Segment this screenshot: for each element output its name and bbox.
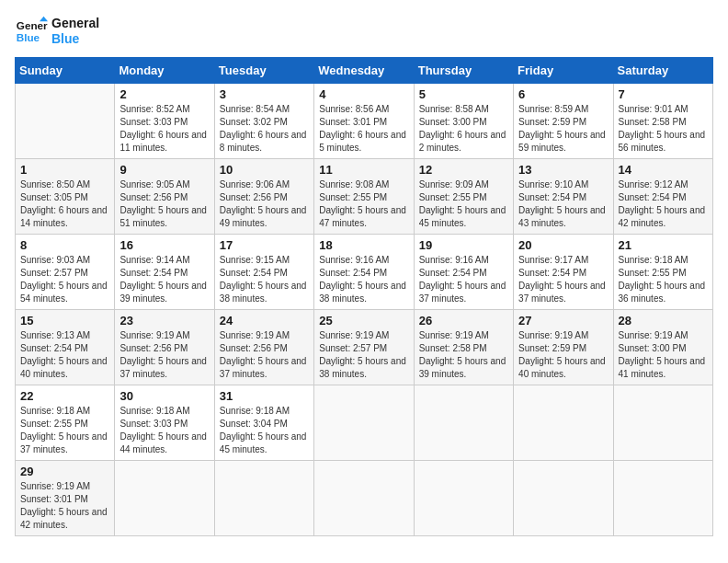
day-info: Sunrise: 9:12 AMSunset: 2:54 PMDaylight:…: [619, 178, 708, 230]
calendar-day-19: 19Sunrise: 9:16 AMSunset: 2:54 PMDayligh…: [414, 235, 513, 310]
day-number: 3: [220, 87, 309, 101]
calendar-empty-cell: [514, 385, 613, 461]
logo-line2: Blue: [51, 31, 99, 47]
calendar-day-14: 14Sunrise: 9:12 AMSunset: 2:54 PMDayligh…: [613, 159, 712, 235]
calendar-day-15: 15Sunrise: 9:13 AMSunset: 2:54 PMDayligh…: [16, 310, 115, 385]
day-info: Sunrise: 9:19 AMSunset: 2:57 PMDaylight:…: [319, 329, 408, 381]
weekday-header-sunday: Sunday: [16, 58, 115, 84]
calendar-row-0: 2Sunrise: 8:52 AMSunset: 3:03 PMDaylight…: [16, 84, 713, 159]
day-number: 1: [20, 163, 109, 177]
day-info: Sunrise: 9:10 AMSunset: 2:54 PMDaylight:…: [518, 178, 608, 230]
calendar-day-13: 13Sunrise: 9:10 AMSunset: 2:54 PMDayligh…: [514, 159, 613, 235]
calendar-day-20: 20Sunrise: 9:17 AMSunset: 2:54 PMDayligh…: [514, 235, 613, 310]
weekday-header-friday: Friday: [514, 58, 613, 84]
day-number: 31: [220, 389, 309, 403]
calendar-day-27: 27Sunrise: 9:19 AMSunset: 2:59 PMDayligh…: [514, 310, 613, 385]
day-info: Sunrise: 8:56 AMSunset: 3:01 PMDaylight:…: [319, 103, 408, 155]
day-info: Sunrise: 8:54 AMSunset: 3:02 PMDaylight:…: [220, 103, 309, 155]
calendar-body: 2Sunrise: 8:52 AMSunset: 3:03 PMDaylight…: [16, 84, 713, 536]
day-number: 14: [619, 163, 708, 177]
calendar-day-23: 23Sunrise: 9:19 AMSunset: 2:56 PMDayligh…: [115, 310, 214, 385]
day-info: Sunrise: 9:19 AMSunset: 2:56 PMDaylight:…: [119, 329, 209, 381]
day-number: 13: [518, 163, 608, 177]
calendar-day-25: 25Sunrise: 9:19 AMSunset: 2:57 PMDayligh…: [314, 310, 414, 385]
calendar-day-9: 9Sunrise: 9:05 AMSunset: 2:56 PMDaylight…: [115, 159, 214, 235]
day-info: Sunrise: 9:06 AMSunset: 2:56 PMDaylight:…: [220, 178, 309, 230]
day-number: 30: [119, 389, 209, 403]
calendar-day-30: 30Sunrise: 9:18 AMSunset: 3:03 PMDayligh…: [115, 385, 214, 461]
day-info: Sunrise: 9:19 AMSunset: 3:00 PMDaylight:…: [619, 329, 708, 381]
day-number: 26: [419, 314, 508, 327]
calendar-day-7: 7Sunrise: 9:01 AMSunset: 2:58 PMDaylight…: [613, 84, 712, 159]
calendar-day-28: 28Sunrise: 9:19 AMSunset: 3:00 PMDayligh…: [613, 310, 712, 385]
calendar-row-4: 22Sunrise: 9:18 AMSunset: 2:55 PMDayligh…: [16, 385, 713, 461]
day-info: Sunrise: 9:18 AMSunset: 2:55 PMDaylight:…: [20, 405, 109, 456]
calendar-row-1: 1Sunrise: 8:50 AMSunset: 3:05 PMDaylight…: [16, 159, 713, 235]
day-number: 20: [518, 238, 608, 252]
day-number: 17: [220, 238, 309, 252]
day-number: 15: [20, 314, 109, 327]
calendar-empty-cell: [613, 461, 712, 536]
day-info: Sunrise: 9:19 AMSunset: 2:59 PMDaylight:…: [518, 329, 608, 381]
calendar-table: SundayMondayTuesdayWednesdayThursdayFrid…: [15, 57, 713, 536]
day-number: 4: [319, 87, 408, 101]
day-number: 7: [619, 87, 708, 101]
day-info: Sunrise: 9:16 AMSunset: 2:54 PMDaylight:…: [319, 254, 408, 305]
day-info: Sunrise: 9:18 AMSunset: 3:04 PMDaylight:…: [220, 405, 309, 456]
day-number: 29: [20, 465, 109, 478]
day-info: Sunrise: 9:19 AMSunset: 3:01 PMDaylight:…: [20, 480, 109, 532]
calendar-day-10: 10Sunrise: 9:06 AMSunset: 2:56 PMDayligh…: [214, 159, 313, 235]
svg-text:Blue: Blue: [17, 31, 40, 43]
calendar-empty-cell: [514, 461, 613, 536]
calendar-row-3: 15Sunrise: 9:13 AMSunset: 2:54 PMDayligh…: [16, 310, 713, 385]
day-info: Sunrise: 9:13 AMSunset: 2:54 PMDaylight:…: [20, 329, 109, 381]
calendar-empty-cell: [613, 385, 712, 461]
day-info: Sunrise: 9:01 AMSunset: 2:58 PMDaylight:…: [619, 103, 708, 155]
day-number: 10: [220, 163, 309, 177]
day-number: 27: [518, 314, 608, 327]
calendar-day-1: 1Sunrise: 8:50 AMSunset: 3:05 PMDaylight…: [16, 159, 115, 235]
day-info: Sunrise: 9:03 AMSunset: 2:57 PMDaylight:…: [20, 254, 109, 305]
calendar-row-2: 8Sunrise: 9:03 AMSunset: 2:57 PMDaylight…: [16, 235, 713, 310]
day-info: Sunrise: 9:09 AMSunset: 2:55 PMDaylight:…: [419, 178, 508, 230]
calendar-day-11: 11Sunrise: 9:08 AMSunset: 2:55 PMDayligh…: [314, 159, 414, 235]
day-info: Sunrise: 9:18 AMSunset: 2:55 PMDaylight:…: [619, 254, 708, 305]
day-info: Sunrise: 9:16 AMSunset: 2:54 PMDaylight:…: [419, 254, 508, 305]
calendar-day-31: 31Sunrise: 9:18 AMSunset: 3:04 PMDayligh…: [214, 385, 313, 461]
day-info: Sunrise: 8:58 AMSunset: 3:00 PMDaylight:…: [419, 103, 508, 155]
weekday-header-saturday: Saturday: [613, 58, 712, 84]
calendar-header-row: SundayMondayTuesdayWednesdayThursdayFrid…: [16, 58, 713, 84]
day-number: 22: [20, 389, 109, 403]
day-number: 9: [119, 163, 209, 177]
calendar-empty-cell: [414, 461, 513, 536]
logo: General Blue General Blue: [15, 15, 99, 48]
day-number: 5: [419, 87, 508, 101]
calendar-day-29: 29Sunrise: 9:19 AMSunset: 3:01 PMDayligh…: [16, 461, 115, 536]
calendar-day-21: 21Sunrise: 9:18 AMSunset: 2:55 PMDayligh…: [613, 235, 712, 310]
calendar-day-4: 4Sunrise: 8:56 AMSunset: 3:01 PMDaylight…: [314, 84, 414, 159]
calendar-day-17: 17Sunrise: 9:15 AMSunset: 2:54 PMDayligh…: [214, 235, 313, 310]
header: General Blue General Blue: [15, 15, 713, 48]
weekday-header-wednesday: Wednesday: [314, 58, 414, 84]
calendar-day-3: 3Sunrise: 8:54 AMSunset: 3:02 PMDaylight…: [214, 84, 313, 159]
calendar-empty-cell: [16, 84, 115, 159]
day-number: 11: [319, 163, 408, 177]
day-info: Sunrise: 9:08 AMSunset: 2:55 PMDaylight:…: [319, 178, 408, 230]
day-info: Sunrise: 8:50 AMSunset: 3:05 PMDaylight:…: [20, 178, 109, 230]
day-number: 8: [20, 238, 109, 252]
day-info: Sunrise: 8:59 AMSunset: 2:59 PMDaylight:…: [518, 103, 608, 155]
day-info: Sunrise: 9:15 AMSunset: 2:54 PMDaylight:…: [220, 254, 309, 305]
day-number: 12: [419, 163, 508, 177]
day-info: Sunrise: 9:17 AMSunset: 2:54 PMDaylight:…: [518, 254, 608, 305]
calendar-day-12: 12Sunrise: 9:09 AMSunset: 2:55 PMDayligh…: [414, 159, 513, 235]
day-number: 19: [419, 238, 508, 252]
day-number: 25: [319, 314, 408, 327]
calendar-day-16: 16Sunrise: 9:14 AMSunset: 2:54 PMDayligh…: [115, 235, 214, 310]
day-number: 2: [119, 87, 209, 101]
calendar-day-22: 22Sunrise: 9:18 AMSunset: 2:55 PMDayligh…: [16, 385, 115, 461]
day-info: Sunrise: 9:05 AMSunset: 2:56 PMDaylight:…: [119, 178, 209, 230]
calendar-empty-cell: [414, 385, 513, 461]
day-number: 23: [119, 314, 209, 327]
calendar-day-5: 5Sunrise: 8:58 AMSunset: 3:00 PMDaylight…: [414, 84, 513, 159]
calendar-day-8: 8Sunrise: 9:03 AMSunset: 2:57 PMDaylight…: [16, 235, 115, 310]
